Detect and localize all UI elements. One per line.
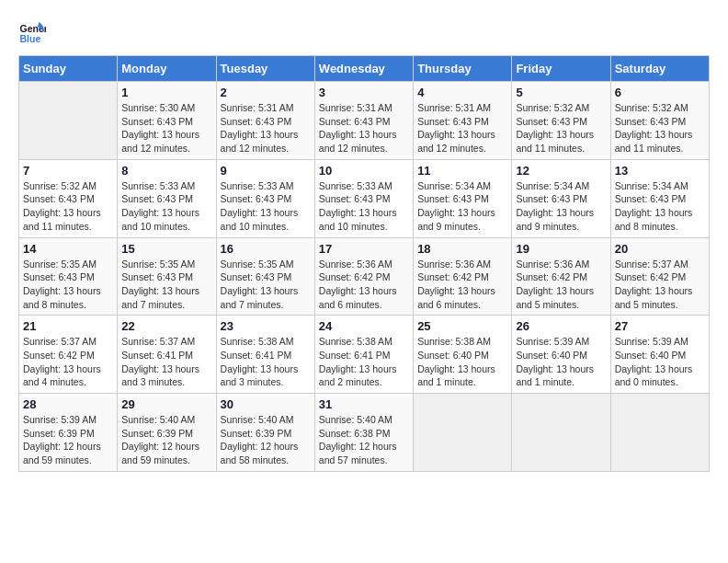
day-number: 14 [23,242,113,256]
calendar-cell: 1Sunrise: 5:30 AM Sunset: 6:43 PM Daylig… [118,82,216,160]
day-info: Sunrise: 5:31 AM Sunset: 6:43 PM Dayligh… [221,101,311,155]
day-number: 5 [516,86,606,99]
page-header: General Blue [18,18,710,46]
day-number: 29 [121,397,211,411]
day-info: Sunrise: 5:32 AM Sunset: 6:43 PM Dayligh… [516,101,606,155]
header-friday: Friday [512,56,610,82]
day-number: 18 [417,242,507,256]
calendar-cell: 5Sunrise: 5:32 AM Sunset: 6:43 PM Daylig… [512,82,610,160]
day-number: 19 [516,242,606,256]
day-info: Sunrise: 5:37 AM Sunset: 6:42 PM Dayligh… [615,258,705,312]
calendar-cell: 7Sunrise: 5:32 AM Sunset: 6:43 PM Daylig… [19,159,118,237]
day-number: 10 [319,164,409,178]
header-wednesday: Wednesday [314,56,413,82]
calendar-cell [19,82,118,160]
header-sunday: Sunday [19,56,118,82]
header-tuesday: Tuesday [216,56,314,82]
day-info: Sunrise: 5:40 AM Sunset: 6:38 PM Dayligh… [319,413,409,467]
calendar-cell [512,394,610,472]
day-info: Sunrise: 5:36 AM Sunset: 6:42 PM Dayligh… [319,258,409,312]
day-number: 12 [516,164,606,178]
day-info: Sunrise: 5:39 AM Sunset: 6:40 PM Dayligh… [516,335,606,389]
day-number: 2 [221,86,311,99]
day-info: Sunrise: 5:34 AM Sunset: 6:43 PM Dayligh… [417,179,507,234]
day-info: Sunrise: 5:39 AM Sunset: 6:40 PM Dayligh… [615,335,705,389]
day-info: Sunrise: 5:33 AM Sunset: 6:43 PM Dayligh… [221,179,311,234]
calendar-cell [414,394,512,472]
day-number: 15 [121,242,211,256]
calendar-cell: 24Sunrise: 5:38 AM Sunset: 6:41 PM Dayli… [314,316,413,394]
day-info: Sunrise: 5:37 AM Sunset: 6:41 PM Dayligh… [121,335,211,389]
calendar-cell: 29Sunrise: 5:40 AM Sunset: 6:39 PM Dayli… [118,394,216,472]
calendar-cell: 8Sunrise: 5:33 AM Sunset: 6:43 PM Daylig… [118,159,216,237]
header-thursday: Thursday [414,56,512,82]
day-number: 23 [221,319,311,333]
day-number: 31 [319,397,409,411]
calendar-cell: 13Sunrise: 5:34 AM Sunset: 6:43 PM Dayli… [610,159,709,237]
calendar-cell: 6Sunrise: 5:32 AM Sunset: 6:43 PM Daylig… [610,82,709,160]
calendar-cell: 12Sunrise: 5:34 AM Sunset: 6:43 PM Dayli… [512,159,610,237]
day-number: 4 [417,86,507,99]
calendar-cell: 25Sunrise: 5:38 AM Sunset: 6:40 PM Dayli… [414,316,512,394]
calendar-cell: 2Sunrise: 5:31 AM Sunset: 6:43 PM Daylig… [216,82,314,160]
header-row: Sunday Monday Tuesday Wednesday Thursday… [19,56,710,82]
day-info: Sunrise: 5:35 AM Sunset: 6:43 PM Dayligh… [23,258,113,312]
calendar-cell: 17Sunrise: 5:36 AM Sunset: 6:42 PM Dayli… [314,237,413,316]
day-number: 11 [417,164,507,178]
calendar-week-5: 28Sunrise: 5:39 AM Sunset: 6:39 PM Dayli… [19,394,710,472]
calendar-cell: 31Sunrise: 5:40 AM Sunset: 6:38 PM Dayli… [314,394,413,472]
day-number: 13 [615,164,705,178]
day-info: Sunrise: 5:40 AM Sunset: 6:39 PM Dayligh… [121,413,211,467]
calendar-cell: 20Sunrise: 5:37 AM Sunset: 6:42 PM Dayli… [610,237,709,316]
header-saturday: Saturday [610,56,709,82]
calendar-cell: 22Sunrise: 5:37 AM Sunset: 6:41 PM Dayli… [118,316,216,394]
calendar-cell: 23Sunrise: 5:38 AM Sunset: 6:41 PM Dayli… [216,316,314,394]
day-info: Sunrise: 5:35 AM Sunset: 6:43 PM Dayligh… [121,258,211,312]
svg-text:Blue: Blue [20,33,41,44]
calendar-cell: 16Sunrise: 5:35 AM Sunset: 6:43 PM Dayli… [216,237,314,316]
day-info: Sunrise: 5:31 AM Sunset: 6:43 PM Dayligh… [417,101,507,155]
calendar-week-1: 1Sunrise: 5:30 AM Sunset: 6:43 PM Daylig… [19,82,710,160]
day-info: Sunrise: 5:34 AM Sunset: 6:43 PM Dayligh… [615,179,705,234]
day-info: Sunrise: 5:33 AM Sunset: 6:43 PM Dayligh… [121,179,211,234]
day-info: Sunrise: 5:38 AM Sunset: 6:40 PM Dayligh… [417,335,507,389]
day-number: 30 [221,397,311,411]
calendar-table: Sunday Monday Tuesday Wednesday Thursday… [18,55,710,472]
day-info: Sunrise: 5:34 AM Sunset: 6:43 PM Dayligh… [516,179,606,234]
day-number: 8 [121,164,211,178]
calendar-cell: 10Sunrise: 5:33 AM Sunset: 6:43 PM Dayli… [314,159,413,237]
logo-icon: General Blue [18,18,46,46]
calendar-cell: 3Sunrise: 5:31 AM Sunset: 6:43 PM Daylig… [314,82,413,160]
day-number: 25 [417,319,507,333]
day-number: 24 [319,319,409,333]
calendar-week-3: 14Sunrise: 5:35 AM Sunset: 6:43 PM Dayli… [19,237,710,316]
calendar-week-2: 7Sunrise: 5:32 AM Sunset: 6:43 PM Daylig… [19,159,710,237]
day-info: Sunrise: 5:36 AM Sunset: 6:42 PM Dayligh… [417,258,507,312]
day-info: Sunrise: 5:33 AM Sunset: 6:43 PM Dayligh… [319,179,409,234]
calendar-cell: 15Sunrise: 5:35 AM Sunset: 6:43 PM Dayli… [118,237,216,316]
calendar-cell: 19Sunrise: 5:36 AM Sunset: 6:42 PM Dayli… [512,237,610,316]
day-info: Sunrise: 5:35 AM Sunset: 6:43 PM Dayligh… [221,258,311,312]
calendar-cell: 11Sunrise: 5:34 AM Sunset: 6:43 PM Dayli… [414,159,512,237]
day-number: 7 [23,164,113,178]
calendar-cell: 26Sunrise: 5:39 AM Sunset: 6:40 PM Dayli… [512,316,610,394]
day-info: Sunrise: 5:38 AM Sunset: 6:41 PM Dayligh… [319,335,409,389]
calendar-cell: 18Sunrise: 5:36 AM Sunset: 6:42 PM Dayli… [414,237,512,316]
calendar-cell: 27Sunrise: 5:39 AM Sunset: 6:40 PM Dayli… [610,316,709,394]
day-number: 6 [615,86,705,99]
day-number: 21 [23,319,113,333]
day-number: 9 [221,164,311,178]
calendar-cell: 28Sunrise: 5:39 AM Sunset: 6:39 PM Dayli… [19,394,118,472]
day-info: Sunrise: 5:38 AM Sunset: 6:41 PM Dayligh… [221,335,311,389]
day-number: 20 [615,242,705,256]
day-number: 3 [319,86,409,99]
day-number: 17 [319,242,409,256]
calendar-cell: 4Sunrise: 5:31 AM Sunset: 6:43 PM Daylig… [414,82,512,160]
calendar-cell [610,394,709,472]
day-number: 28 [23,397,113,411]
logo: General Blue [18,18,46,46]
calendar-cell: 30Sunrise: 5:40 AM Sunset: 6:39 PM Dayli… [216,394,314,472]
day-info: Sunrise: 5:30 AM Sunset: 6:43 PM Dayligh… [121,101,211,155]
calendar-cell: 21Sunrise: 5:37 AM Sunset: 6:42 PM Dayli… [19,316,118,394]
day-number: 26 [516,319,606,333]
